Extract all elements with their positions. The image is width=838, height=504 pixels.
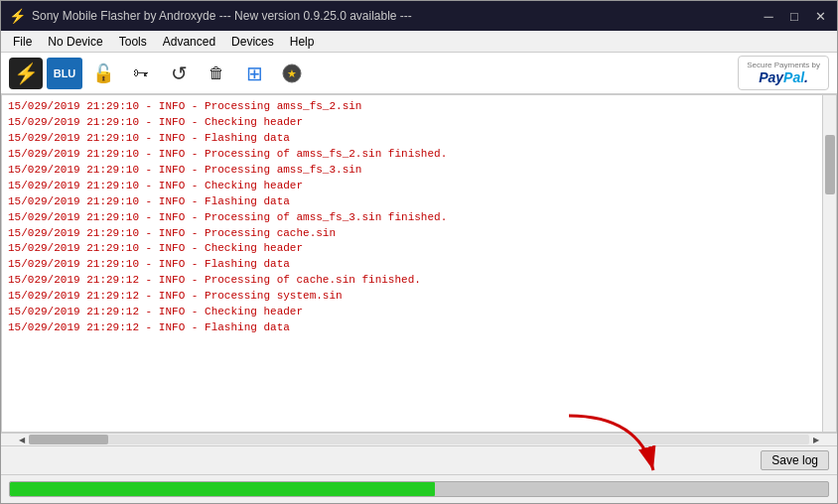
save-log-row: Save log bbox=[1, 446, 837, 475]
log-line: 15/029/2019 21:29:10 - INFO - Processing… bbox=[8, 226, 816, 242]
paypal-brand: PayPal. bbox=[759, 69, 808, 85]
log-line: 15/029/2019 21:29:10 - INFO - Checking h… bbox=[8, 179, 816, 194]
key-button[interactable]: 🗝 bbox=[124, 58, 158, 89]
blu-button[interactable]: BLU bbox=[47, 58, 82, 89]
log-line: 15/029/2019 21:29:10 - INFO - Flashing d… bbox=[8, 194, 816, 210]
main-content: 15/029/2019 21:29:10 - INFO - Processing… bbox=[1, 94, 837, 503]
menu-devices[interactable]: Devices bbox=[223, 33, 282, 51]
scroll-right-arrow[interactable]: ▶ bbox=[809, 436, 823, 444]
menu-help[interactable]: Help bbox=[282, 33, 323, 51]
paypal-badge: Secure Payments by PayPal. bbox=[738, 56, 829, 90]
star-button[interactable]: ★ bbox=[275, 58, 309, 89]
main-window: ⚡ Sony Mobile Flasher by Androxyde --- N… bbox=[0, 0, 838, 504]
progress-bar bbox=[10, 482, 435, 496]
vertical-scrollbar[interactable] bbox=[822, 95, 836, 432]
add-button[interactable]: ⊞ bbox=[237, 58, 271, 89]
back-button[interactable]: ↺ bbox=[162, 58, 196, 89]
minimize-button[interactable]: ─ bbox=[760, 10, 777, 23]
toolbar: ⚡ BLU 🔓 🗝 ↺ 🗑 ⊞ ★ Secure Payments by Pay… bbox=[1, 53, 837, 94]
progress-track bbox=[9, 481, 829, 497]
paypal-label: Secure Payments by bbox=[747, 61, 820, 69]
hscroll-thumb[interactable] bbox=[29, 435, 108, 444]
log-line: 15/029/2019 21:29:10 - INFO - Processing… bbox=[8, 147, 816, 163]
menu-advanced[interactable]: Advanced bbox=[155, 33, 223, 51]
log-line: 15/029/2019 21:29:12 - INFO - Checking h… bbox=[8, 305, 816, 320]
window-controls: ─ □ ✕ bbox=[760, 10, 829, 23]
menu-tools[interactable]: Tools bbox=[111, 33, 155, 51]
menu-bar: File No Device Tools Advanced Devices He… bbox=[1, 31, 837, 53]
progress-area bbox=[1, 475, 837, 503]
flash-button[interactable]: ⚡ bbox=[9, 58, 43, 89]
unlock-button[interactable]: 🔓 bbox=[86, 58, 120, 89]
log-line: 15/029/2019 21:29:12 - INFO - Processing… bbox=[8, 273, 816, 289]
scroll-left-arrow[interactable]: ◀ bbox=[15, 436, 29, 444]
title-bar-left: ⚡ Sony Mobile Flasher by Androxyde --- N… bbox=[9, 8, 412, 24]
log-line: 15/029/2019 21:29:10 - INFO - Checking h… bbox=[8, 115, 816, 131]
svg-text:★: ★ bbox=[287, 67, 297, 79]
log-line: 15/029/2019 21:29:10 - INFO - Processing… bbox=[8, 99, 816, 115]
close-button[interactable]: ✕ bbox=[811, 10, 829, 23]
delete-button[interactable]: 🗑 bbox=[200, 58, 233, 89]
menu-file[interactable]: File bbox=[5, 33, 40, 51]
log-line: 15/029/2019 21:29:10 - INFO - Flashing d… bbox=[8, 257, 816, 273]
log-line: 15/029/2019 21:29:10 - INFO - Flashing d… bbox=[8, 131, 816, 147]
title-bar: ⚡ Sony Mobile Flasher by Androxyde --- N… bbox=[1, 1, 837, 31]
app-title: Sony Mobile Flasher by Androxyde --- New… bbox=[32, 9, 412, 23]
log-area[interactable]: 15/029/2019 21:29:10 - INFO - Processing… bbox=[2, 95, 822, 432]
log-line: 15/029/2019 21:29:10 - INFO - Processing… bbox=[8, 210, 816, 226]
horizontal-scrollbar[interactable]: ◀ ▶ bbox=[1, 433, 837, 446]
toolbar-buttons: ⚡ BLU 🔓 🗝 ↺ 🗑 ⊞ ★ bbox=[9, 58, 309, 89]
save-log-button[interactable]: Save log bbox=[761, 450, 829, 470]
menu-no-device[interactable]: No Device bbox=[40, 33, 110, 51]
star-icon: ★ bbox=[281, 63, 303, 84]
maximize-button[interactable]: □ bbox=[785, 10, 803, 23]
log-line: 15/029/2019 21:29:12 - INFO - Flashing d… bbox=[8, 320, 816, 336]
hscroll-track[interactable] bbox=[29, 435, 809, 444]
log-line: 15/029/2019 21:29:12 - INFO - Processing… bbox=[8, 289, 816, 305]
scrollbar-thumb[interactable] bbox=[825, 135, 835, 194]
app-icon: ⚡ bbox=[9, 8, 26, 24]
log-line: 15/029/2019 21:29:10 - INFO - Checking h… bbox=[8, 241, 816, 257]
log-wrapper: 15/029/2019 21:29:10 - INFO - Processing… bbox=[1, 94, 837, 433]
log-line: 15/029/2019 21:29:10 - INFO - Processing… bbox=[8, 163, 816, 179]
